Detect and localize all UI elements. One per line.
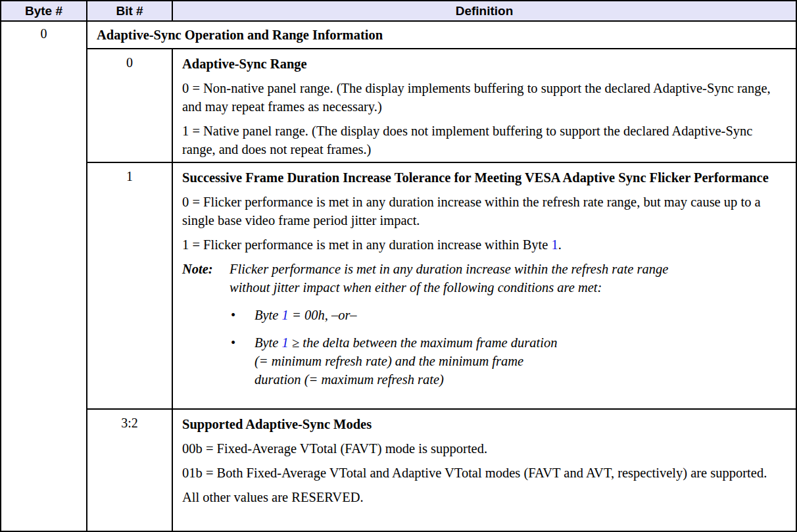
- note-body: Flicker performance is met in any durati…: [229, 260, 690, 398]
- byte-1-reference-link[interactable]: 1: [551, 237, 558, 252]
- byte-1-reference-link[interactable]: 1: [282, 308, 289, 322]
- byte-number-cell: 0: [1, 22, 87, 531]
- definition-paragraph: All other values are RESERVED.: [182, 488, 774, 506]
- definition-paragraph: 1 = Native panel range. (The display doe…: [182, 122, 774, 158]
- bullet-line: (= minimum refresh rate) and the minimum…: [254, 352, 623, 370]
- note-bullet-item: Byte 1 = 00h, –or–: [229, 306, 623, 324]
- bullet-line: duration (= maximum refresh rate): [254, 370, 623, 389]
- column-header-bit: Bit #: [87, 1, 173, 22]
- definition-paragraph: 0 = Non-native panel range. (The display…: [182, 79, 774, 116]
- note-block: Note: Flicker performance is met in any …: [182, 260, 786, 398]
- definition-paragraph: 0 = Flicker performance is met in any du…: [182, 193, 774, 230]
- column-header-byte: Byte #: [1, 1, 87, 22]
- definition-title: Supported Adaptive-Sync Modes: [182, 415, 774, 433]
- bit-number-cell: 0: [87, 49, 173, 163]
- note-text: Flicker performance is met in any durati…: [229, 260, 690, 297]
- bullet-line: Byte 1 ≥ the delta between the maximum f…: [254, 333, 623, 352]
- operation-title-cell: Adaptive-Sync Operation and Range Inform…: [87, 22, 796, 49]
- bit-number-cell: 1: [87, 163, 173, 410]
- column-header-definition: Definition: [173, 1, 796, 22]
- byte-1-reference-link[interactable]: 1: [282, 335, 289, 350]
- definition-title: Adaptive-Sync Range: [182, 55, 774, 73]
- definition-paragraph: 1 = Flicker performance is met in any du…: [182, 235, 774, 254]
- byte-bit-definition-table: Byte # Bit # Definition 0 Adaptive-Sync …: [0, 0, 797, 532]
- definition-cell-bit0: Adaptive-Sync Range 0 = Non-native panel…: [173, 49, 796, 163]
- definition-cell-bit1: Successive Frame Duration Increase Toler…: [173, 163, 796, 410]
- document-page: Licensed to Jerry Sung (jsung@granite By…: [0, 0, 797, 532]
- bit-number-cell: 3:2: [87, 410, 173, 531]
- definition-title: Successive Frame Duration Increase Toler…: [182, 168, 774, 187]
- definition-cell-bit3-2: Supported Adaptive-Sync Modes 00b = Fixe…: [173, 410, 796, 531]
- note-label: Note:: [182, 260, 229, 398]
- definition-paragraph: 00b = Fixed-Average VTotal (FAVT) mode i…: [182, 439, 774, 458]
- definition-paragraph: 01b = Both Fixed-Average VTotal and Adap…: [182, 464, 774, 482]
- note-bullet-item: Byte 1 ≥ the delta between the maximum f…: [229, 333, 623, 389]
